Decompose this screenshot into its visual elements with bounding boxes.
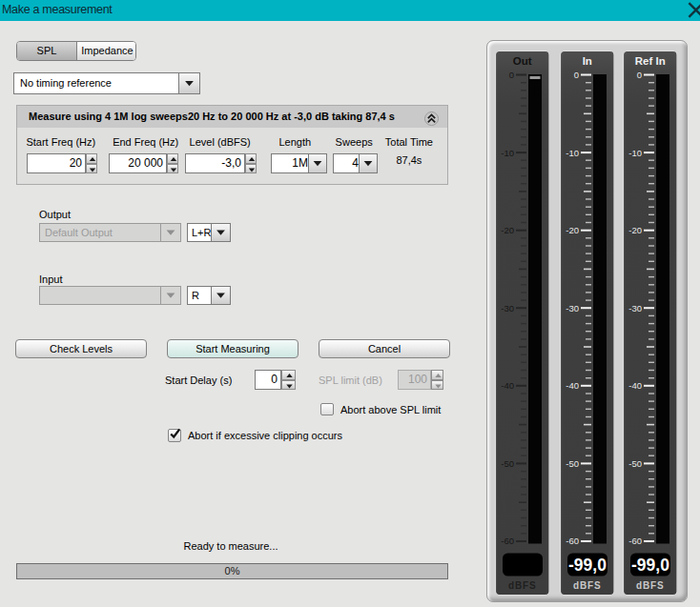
svg-text:-20: -20 [566, 225, 579, 235]
svg-text:-50: -50 [501, 457, 514, 468]
svg-text:dBFS: dBFS [636, 579, 664, 590]
svg-text:dBFS: dBFS [573, 579, 601, 590]
svg-text:-99,0: -99,0 [631, 555, 669, 574]
svg-text:-60: -60 [628, 536, 642, 546]
svg-text:In: In [582, 54, 591, 66]
svg-text:-20: -20 [501, 225, 514, 235]
svg-text:Ref In: Ref In [634, 54, 665, 66]
svg-text:dBFS: dBFS [508, 579, 536, 590]
svg-text:-40: -40 [566, 380, 579, 391]
svg-text:-20: -20 [628, 225, 642, 235]
svg-text:-30: -30 [628, 302, 642, 313]
svg-text:-40: -40 [628, 380, 642, 391]
svg-text:Out: Out [512, 54, 531, 66]
svg-text:0: 0 [573, 69, 578, 79]
svg-text:-30: -30 [566, 302, 579, 313]
svg-text:-40: -40 [501, 380, 514, 391]
svg-text:-50: -50 [566, 457, 579, 468]
svg-text:0: 0 [508, 69, 513, 79]
svg-text:-60: -60 [501, 536, 514, 546]
svg-text:-10: -10 [501, 147, 514, 157]
svg-text:-30: -30 [501, 302, 514, 313]
svg-text:-99,0: -99,0 [568, 555, 607, 574]
svg-text:-60: -60 [566, 536, 579, 546]
svg-text:0: 0 [636, 69, 641, 79]
svg-text:-10: -10 [566, 147, 579, 157]
svg-text:-50: -50 [628, 457, 642, 468]
svg-text:-10: -10 [628, 147, 642, 157]
